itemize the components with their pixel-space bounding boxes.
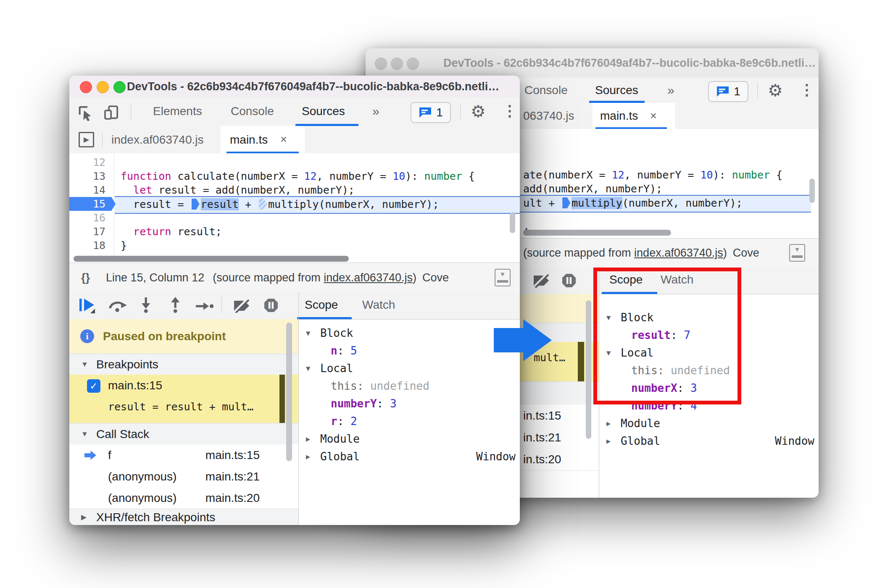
code-line[interactable]: ate(numberX = 12, numberY = 10): number … — [523, 168, 782, 182]
settings-gear-icon[interactable]: ⚙ — [468, 97, 489, 125]
triangle-down-icon[interactable]: ▼ — [81, 423, 95, 445]
file-tab-main[interactable]: main.ts × — [593, 103, 675, 129]
triangle-down-icon[interactable]: ▼ — [306, 324, 320, 342]
scope-variable[interactable]: numberX: 3 — [631, 379, 697, 397]
inspect-icon[interactable] — [77, 104, 94, 123]
tab-console[interactable]: Console — [524, 78, 568, 103]
close-icon[interactable]: × — [650, 103, 657, 129]
scope-variable[interactable]: r: 2 — [331, 412, 357, 430]
scope-group-block[interactable]: ▼Block — [606, 309, 653, 326]
triangle-right-icon[interactable]: ▶ — [606, 415, 621, 432]
code-line[interactable]: let result = add(numberX, numberY); — [121, 183, 355, 197]
call-stack-header[interactable]: ▼ Call Stack — [69, 423, 298, 445]
scope-group-local[interactable]: ▼Local — [306, 360, 353, 377]
code-editor[interactable]: 12 13 14 15 16 17 18 function calculate(… — [69, 153, 520, 262]
triangle-down-icon[interactable]: ▼ — [81, 354, 95, 375]
more-options-icon[interactable]: ⋮ — [799, 78, 812, 102]
pause-exceptions-icon[interactable] — [263, 298, 279, 315]
call-stack-row[interactable]: f main.ts:15 — [69, 444, 298, 466]
line-number[interactable]: 18 — [69, 239, 105, 252]
call-stack-row[interactable]: (anonymous) main.ts:20 — [69, 487, 298, 509]
tab-sources[interactable]: Sources — [302, 97, 345, 125]
breakpoints-header[interactable]: ▼ Breakpoints — [69, 354, 298, 375]
scope-group-local[interactable]: ▼Local — [606, 344, 653, 362]
file-tab-js[interactable]: 063740.js — [523, 103, 574, 129]
scope-group-module[interactable]: ▶Module — [606, 415, 660, 432]
step-out-icon[interactable] — [169, 297, 182, 315]
zoom-button[interactable] — [407, 58, 419, 70]
scope-variable[interactable]: this: undefined — [631, 362, 730, 379]
scope-variable[interactable]: n: 5 — [331, 342, 357, 360]
triangle-down-icon[interactable]: ▼ — [606, 309, 621, 326]
code-line[interactable]: return result; — [121, 225, 222, 239]
triangle-right-icon[interactable]: ▶ — [81, 509, 95, 525]
code-line[interactable]: result = result + multiply(numberX, numb… — [121, 197, 439, 211]
more-options-icon[interactable]: ⋮ — [502, 97, 515, 124]
line-number[interactable]: 14 — [69, 183, 105, 197]
deactivate-breakpoints-icon[interactable] — [232, 299, 251, 315]
continue-to-marker-icon[interactable] — [259, 199, 267, 210]
tab-console[interactable]: Console — [231, 97, 274, 125]
issues-badge[interactable]: 1 — [708, 81, 748, 102]
scope-variable[interactable]: numberY: 4 — [631, 397, 697, 415]
tab-scope[interactable]: Scope — [305, 292, 338, 318]
horizontal-scrollbar[interactable] — [74, 256, 349, 262]
tab-scope[interactable]: Scope — [609, 267, 643, 293]
tab-watch[interactable]: Watch — [362, 292, 395, 318]
line-number[interactable]: 12 — [69, 155, 105, 169]
code-line[interactable]: ult + multiply(numberX, numberY); — [523, 196, 743, 210]
line-number[interactable]: 13 — [69, 169, 105, 183]
file-tab-main[interactable]: main.ts × — [221, 126, 305, 153]
navigator-toggle-icon[interactable]: ▶ — [79, 132, 94, 147]
scope-group-block[interactable]: ▼Block — [306, 324, 353, 342]
continue-to-marker-icon[interactable] — [192, 199, 200, 210]
minimize-button[interactable] — [97, 81, 109, 93]
scope-group-global[interactable]: ▶Global — [606, 432, 660, 450]
scope-variable[interactable]: numberY: 3 — [331, 395, 397, 412]
xhr-breakpoints-header[interactable]: ▶ XHR/fetch Breakpoints — [69, 509, 298, 525]
deactivate-breakpoints-icon[interactable] — [532, 273, 550, 289]
tab-elements[interactable]: Elements — [153, 97, 202, 125]
triangle-right-icon[interactable]: ▶ — [306, 430, 320, 448]
file-tab-js[interactable]: index.af063740.js — [111, 126, 204, 153]
line-number[interactable]: 16 — [69, 211, 105, 225]
breakpoint-checkbox[interactable]: ✓ — [87, 379, 100, 393]
triangle-down-icon[interactable]: ▼ — [606, 344, 621, 362]
continue-to-marker-icon[interactable] — [562, 197, 570, 208]
step-into-icon[interactable] — [139, 297, 153, 315]
more-tabs-icon[interactable]: » — [372, 97, 379, 125]
sidebar-vertical-scrollbar[interactable] — [586, 300, 591, 439]
close-button[interactable] — [375, 58, 387, 70]
code-line[interactable]: } — [121, 239, 127, 252]
device-toolbar-icon[interactable] — [103, 104, 120, 123]
tab-watch[interactable]: Watch — [661, 267, 693, 293]
scope-group-global[interactable]: ▶Global — [306, 448, 360, 465]
zoom-button[interactable] — [113, 81, 126, 93]
vertical-scrollbar[interactable] — [510, 212, 515, 233]
source-map-link[interactable]: index.af063740.js — [634, 247, 723, 259]
resume-icon[interactable] — [79, 298, 95, 314]
more-tabs-icon[interactable]: » — [667, 78, 674, 103]
vertical-scrollbar[interactable] — [809, 178, 815, 203]
coverage-dropdown-icon[interactable]: ▼ — [789, 244, 805, 262]
scope-variable[interactable]: result: 7 — [631, 326, 690, 344]
close-button[interactable] — [80, 81, 92, 93]
step-icon[interactable] — [195, 301, 214, 313]
coverage-dropdown-icon[interactable]: ▼ — [495, 269, 511, 286]
settings-gear-icon[interactable]: ⚙ — [765, 78, 786, 103]
call-stack-row[interactable]: (anonymous) main.ts:21 — [69, 466, 298, 488]
scope-group-module[interactable]: ▶Module — [306, 430, 360, 448]
horizontal-scrollbar[interactable] — [523, 230, 671, 236]
minimize-button[interactable] — [391, 58, 403, 70]
issues-badge[interactable]: 1 — [411, 102, 451, 123]
sidebar-vertical-scrollbar[interactable] — [286, 323, 292, 461]
code-line[interactable]: add(numberX, numberY); — [523, 182, 662, 196]
code-line[interactable]: function calculate(numberX = 12, numberY… — [121, 169, 475, 183]
line-number[interactable]: 17 — [69, 225, 105, 239]
tab-sources[interactable]: Sources — [595, 78, 638, 103]
close-icon[interactable]: × — [280, 126, 287, 153]
pause-exceptions-icon[interactable] — [561, 273, 577, 290]
breakpoint-entry[interactable]: ✓ main.ts:15 result = result + mult… — [69, 375, 298, 423]
triangle-right-icon[interactable]: ▶ — [306, 448, 320, 465]
triangle-right-icon[interactable]: ▶ — [606, 432, 621, 450]
